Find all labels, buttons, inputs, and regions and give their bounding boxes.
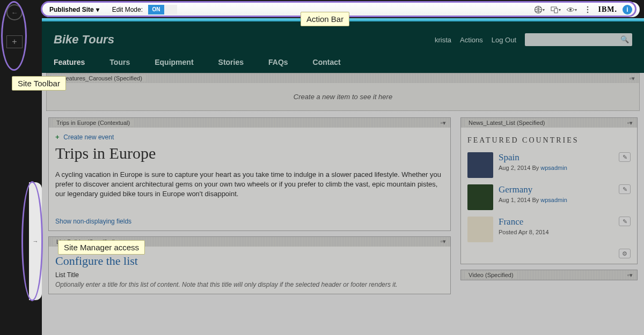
toggle-on-label: ON: [148, 5, 164, 14]
featured-item: Germany Aug 1, 2014 By wpsadmin ✎: [467, 181, 631, 213]
carousel-body: Create a new item to see it here: [47, 83, 639, 110]
featured-item-meta: Aug 1, 2014 By wpsadmin: [499, 197, 567, 203]
carousel-head[interactable]: al_Features_Carousel (Specified) ▫▾: [47, 73, 639, 83]
annot-actionbar: Action Bar: [301, 12, 349, 26]
video-head-label: Video (Specified): [465, 272, 517, 278]
trips-head-label: Trips in Europe (Contextual): [53, 120, 133, 126]
more-icon[interactable]: [582, 4, 593, 15]
chevron-down-icon: ▾: [96, 6, 99, 13]
featured-item-meta: Posted Apr 8, 2014: [499, 229, 549, 235]
site-manager-handle[interactable]: →: [29, 182, 42, 300]
featured-section-title: FEATURED COUNTRIES: [467, 133, 631, 149]
thumbnail: [467, 184, 493, 210]
plus-icon: +: [55, 133, 60, 141]
block-menu-icon[interactable]: ▫▾: [630, 75, 635, 82]
edit-icon[interactable]: ✎: [619, 217, 631, 226]
trips-panel: Trips in Europe (Contextual) ▫▾ + Create…: [48, 117, 451, 231]
annot-sitemanager: Site Manager access: [58, 240, 145, 255]
globe-icon[interactable]: ▾: [534, 4, 545, 15]
featured-item: Spain Aug 2, 2014 By wpsadmin ✎: [467, 149, 631, 181]
list-title-hint: Optionally enter a title for this list o…: [55, 281, 444, 288]
published-site-dropdown[interactable]: Published Site ▾: [49, 6, 99, 13]
published-site-label: Published Site: [49, 6, 94, 13]
configure-list-title: Configure the list: [55, 254, 444, 268]
settings-icon[interactable]: ⚙: [619, 249, 631, 258]
thumbnail: [467, 217, 493, 242]
nav-tours[interactable]: Tours: [109, 58, 130, 66]
device-icon[interactable]: ▾: [550, 4, 561, 15]
nav-faqs[interactable]: FAQs: [268, 58, 288, 66]
block-menu-icon[interactable]: ▫▾: [441, 238, 446, 245]
svg-point-6: [587, 12, 588, 13]
annot-toolbar: Site Toolbar: [12, 76, 66, 91]
trips-body: A cycling vacation in Europe is sure to …: [55, 170, 444, 199]
add-icon[interactable]: +: [6, 35, 23, 48]
video-head[interactable]: Video (Specified) ▫▾: [461, 270, 637, 280]
info-icon[interactable]: i: [623, 5, 632, 14]
site-nav: Features Tours Equipment Stories FAQs Co…: [42, 58, 644, 73]
ibm-logo: IBM.: [598, 5, 618, 14]
edit-icon[interactable]: ✎: [619, 184, 631, 194]
trips-title: Trips in Europe: [55, 144, 444, 162]
list-title-label: List Title: [55, 271, 444, 279]
create-event-label: Create new event: [63, 133, 114, 141]
toggle-knob: [164, 5, 177, 14]
author-link[interactable]: wpsadmin: [540, 197, 567, 203]
nav-contact[interactable]: Contact: [313, 58, 341, 66]
svg-rect-2: [554, 9, 558, 13]
author-link[interactable]: wpsadmin: [540, 165, 567, 171]
nav-stories[interactable]: Stories: [218, 58, 244, 66]
svg-point-5: [587, 9, 588, 11]
featured-item-title[interactable]: Spain: [499, 152, 567, 163]
svg-point-3: [569, 9, 572, 11]
trips-head[interactable]: Trips in Europe (Contextual) ▫▾: [49, 118, 450, 128]
eye-icon[interactable]: ▾: [566, 4, 577, 15]
site-area: Bike Tours krista Actions Log Out 🔍 Feat…: [42, 21, 644, 335]
search-input[interactable]: [525, 33, 632, 46]
nav-equipment[interactable]: Equipment: [155, 58, 193, 66]
back-icon[interactable]: ←: [6, 4, 23, 20]
site-title: Bike Tours: [54, 33, 426, 47]
chevron-right-icon: →: [33, 238, 39, 244]
actions-link[interactable]: Actions: [460, 36, 483, 44]
site-toolbar: ← +: [0, 0, 29, 335]
logout-link[interactable]: Log Out: [492, 36, 516, 44]
thumbnail: [467, 152, 493, 178]
featured-panel: News_Latest_List (Specified) ▫▾ FEATURED…: [460, 117, 638, 264]
featured-item-meta: Aug 2, 2014 By wpsadmin: [499, 165, 567, 171]
edit-icon[interactable]: ✎: [619, 152, 631, 162]
featured-head[interactable]: News_Latest_List (Specified) ▫▾: [461, 118, 637, 128]
nav-features[interactable]: Features: [54, 58, 85, 66]
search-icon[interactable]: 🔍: [620, 35, 629, 43]
featured-item-title[interactable]: France: [499, 217, 549, 227]
video-panel: Video (Specified) ▫▾: [460, 270, 638, 280]
block-menu-icon[interactable]: ▫▾: [627, 120, 633, 126]
carousel-block: al_Features_Carousel (Specified) ▫▾ Crea…: [46, 73, 640, 111]
edit-mode-toggle[interactable]: ON: [148, 5, 177, 14]
featured-head-label: News_Latest_List (Specified): [465, 120, 548, 126]
site-header: Bike Tours krista Actions Log Out 🔍: [42, 21, 644, 58]
edit-mode-label: Edit Mode:: [112, 6, 143, 13]
show-fields-link[interactable]: Show non-displaying fields: [55, 218, 444, 225]
user-link[interactable]: krista: [435, 36, 451, 44]
block-menu-icon[interactable]: ▫▾: [627, 272, 633, 279]
featured-item-title[interactable]: Germany: [499, 184, 567, 195]
svg-point-4: [587, 6, 588, 8]
featured-item: France Posted Apr 8, 2014 ✎: [467, 213, 631, 245]
create-event-link[interactable]: + Create new event: [55, 133, 444, 141]
block-menu-icon[interactable]: ▫▾: [441, 120, 446, 126]
